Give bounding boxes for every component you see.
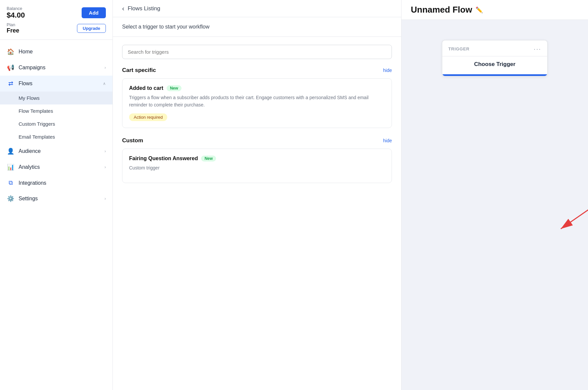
subheader-text: Select a trigger to start your workflow [122, 24, 209, 30]
sidebar-item-settings[interactable]: ⚙️ Settings › [0, 191, 112, 207]
campaigns-icon: 📢 [7, 64, 15, 71]
sidebar-item-label: Settings [19, 196, 101, 202]
sidebar-item-campaigns[interactable]: 📢 Campaigns › [0, 60, 112, 76]
sub-nav-label: Email Templates [19, 134, 55, 140]
sidebar-item-analytics[interactable]: 📊 Analytics › [0, 159, 112, 175]
custom-section-header: Custom hide [122, 137, 392, 144]
trigger-panel-header: ‹ Flows Listing [113, 0, 401, 17]
chevron-right-icon: › [105, 165, 106, 169]
card-title-row: Added to cart New [129, 85, 385, 91]
sidebar-item-custom-triggers[interactable]: Custom Triggers [0, 117, 112, 130]
sub-nav-label: My Flows [19, 95, 39, 101]
search-input[interactable] [122, 45, 392, 59]
sidebar-item-label: Flows [19, 81, 99, 87]
trigger-panel-body: Cart specific hide Added to cart New Tri… [113, 37, 401, 390]
sidebar-header: Balance $4.00 Add Plan Free Upgrade [0, 0, 112, 40]
fairing-question-card[interactable]: Fairing Question Answered New Custom tri… [122, 149, 392, 183]
audience-icon: 👤 [7, 148, 15, 155]
trigger-box-body: Choose Trigger [442, 56, 547, 74]
sidebar: Balance $4.00 Add Plan Free Upgrade 🏠 Ho… [0, 0, 113, 390]
action-required-badge: Action required [129, 113, 167, 121]
plan-label: Plan [7, 22, 19, 27]
trigger-box-bottom-bar [442, 74, 547, 76]
sidebar-item-label: Home [19, 49, 106, 55]
flow-panel-header: Unnamed Flow ✏️ [402, 0, 588, 20]
analytics-icon: 📊 [7, 163, 15, 171]
sidebar-item-home[interactable]: 🏠 Home [0, 44, 112, 60]
sidebar-item-label: Analytics [19, 164, 101, 170]
edit-icon[interactable]: ✏️ [476, 6, 483, 14]
sidebar-item-label: Integrations [19, 180, 106, 186]
flow-canvas: TRIGGER ··· Choose Trigger [402, 20, 588, 390]
sidebar-item-flow-templates[interactable]: Flow Templates [0, 104, 112, 117]
new-badge: New [167, 85, 182, 91]
sidebar-item-my-flows[interactable]: My Flows [0, 92, 112, 104]
content-panels: ‹ Flows Listing Select a trigger to star… [113, 0, 588, 390]
balance-label: Balance [7, 6, 25, 11]
plan-value: Free [7, 27, 19, 34]
trigger-panel-subheader: Select a trigger to start your workflow [113, 17, 401, 37]
sidebar-item-label: Campaigns [19, 65, 101, 71]
custom-section: Custom hide Fairing Question Answered Ne… [122, 137, 392, 183]
add-button[interactable]: Add [82, 7, 106, 18]
sidebar-item-label: Audience [19, 148, 101, 154]
trigger-panel: ‹ Flows Listing Select a trigger to star… [113, 0, 402, 390]
cart-specific-hide[interactable]: hide [383, 68, 392, 73]
chevron-right-icon: › [105, 149, 106, 154]
sidebar-nav: 🏠 Home 📢 Campaigns › ⇄ Flows ∧ My Flows … [0, 40, 112, 390]
sub-nav-label: Custom Triggers [19, 121, 55, 127]
card-description: Triggers a flow when a subscriber adds p… [129, 94, 385, 109]
flow-title: Unnamed Flow [411, 5, 472, 15]
added-to-cart-card[interactable]: Added to cart New Triggers a flow when a… [122, 78, 392, 128]
sidebar-item-flows[interactable]: ⇄ Flows ∧ [0, 76, 112, 92]
cart-specific-header: Cart specific hide [122, 67, 392, 74]
main-content: ‹ Flows Listing Select a trigger to star… [113, 0, 588, 390]
svg-line-1 [561, 146, 588, 229]
three-dots-icon[interactable]: ··· [534, 45, 541, 53]
custom-hide[interactable]: hide [383, 138, 392, 143]
chevron-right-icon: › [105, 65, 106, 70]
upgrade-button[interactable]: Upgrade [77, 24, 106, 33]
back-arrow-icon[interactable]: ‹ [122, 5, 124, 12]
card-title: Added to cart [129, 85, 163, 91]
card-title-row: Fairing Question Answered New [129, 156, 385, 162]
sidebar-item-email-templates[interactable]: Email Templates [0, 130, 112, 143]
red-arrow-annotation [541, 129, 588, 262]
flows-icon: ⇄ [7, 80, 15, 87]
integrations-icon: ⧉ [7, 179, 15, 186]
settings-icon: ⚙️ [7, 195, 15, 202]
sidebar-item-audience[interactable]: 👤 Audience › [0, 143, 112, 159]
choose-trigger-text: Choose Trigger [448, 61, 541, 68]
trigger-box-header: TRIGGER ··· [442, 40, 547, 56]
flow-panel: Unnamed Flow ✏️ TRIGGER ··· Choose Trigg… [402, 0, 588, 390]
cart-specific-title: Cart specific [122, 67, 156, 74]
chevron-up-icon: ∧ [103, 81, 106, 86]
card-title: Fairing Question Answered [129, 156, 198, 162]
trigger-box[interactable]: TRIGGER ··· Choose Trigger [442, 40, 548, 77]
sub-nav-label: Flow Templates [19, 108, 53, 114]
new-badge: New [201, 156, 216, 162]
sidebar-item-integrations[interactable]: ⧉ Integrations [0, 175, 112, 191]
chevron-right-icon: › [105, 196, 106, 201]
trigger-box-label: TRIGGER [448, 46, 470, 51]
custom-title: Custom [122, 137, 143, 144]
balance-amount: $4.00 [7, 11, 25, 20]
home-icon: 🏠 [7, 48, 15, 55]
flows-listing-label[interactable]: Flows Listing [128, 5, 160, 12]
card-description: Custom trigger [129, 164, 385, 171]
cart-specific-section: Cart specific hide Added to cart New Tri… [122, 67, 392, 128]
